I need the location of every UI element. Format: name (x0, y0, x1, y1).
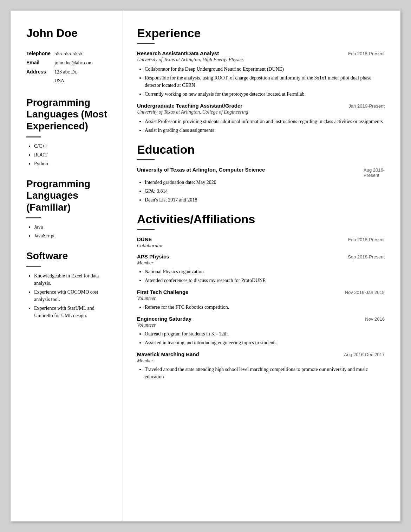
resume-container: John Doe Telephone 555-555-5555 Email jo… (11, 11, 400, 521)
activity-aps: APS Physics Sep 2018-Present Member Nati… (137, 254, 385, 284)
education-section: Education University of Texas at Arlingt… (137, 143, 385, 204)
list-item: Java (34, 223, 112, 231)
activity-role-marching-band: Member (137, 358, 385, 364)
job-title-2: Undergraduate Teaching Assistant/Grader (137, 103, 242, 109)
prog-most-divider (26, 136, 41, 137)
software-section: Software Knowledgeable in Excel for data… (26, 250, 112, 319)
job-bullets-2: Assist Professor in providing students a… (137, 118, 385, 134)
activities-divider (137, 229, 155, 230)
activity-date-ftc: Nov 2016-Jan 2019 (345, 290, 385, 295)
job-title-1: Research Assistant/Data Analyst (137, 50, 219, 56)
activity-eng-sat: Engineering Saturday Nov 2016 Volunteer … (137, 316, 385, 346)
activity-bullets-eng-sat: Outreach program for students in K - 12t… (137, 330, 385, 346)
education-title: Education (137, 143, 385, 156)
job-header-2: Undergraduate Teaching Assistant/Grader … (137, 103, 385, 109)
activity-header-aps: APS Physics Sep 2018-Present (137, 254, 385, 259)
activity-marching-band: Maverick Marching Band Aug 2016-Dec 2017… (137, 351, 385, 380)
job-date-1: Feb 2018-Present (348, 51, 385, 56)
prog-familiar-list: Java JavaScript (26, 223, 112, 239)
job-entry-2: Undergraduate Teaching Assistant/Grader … (137, 103, 385, 134)
activity-bullets-ftc: Referee for the FTC Robotics competition… (137, 303, 385, 311)
software-divider (26, 266, 41, 267)
job-bullets-1: Collaborator for the Deep Underground Ne… (137, 65, 385, 98)
activities-title: Activities/Affiliations (137, 212, 385, 226)
list-item: Intended graduation date: May 2020 (145, 179, 385, 186)
activity-role-eng-sat: Volunteer (137, 322, 385, 328)
job-date-2: Jan 2019-Present (348, 103, 385, 109)
list-item: Knowledgeable in Excel for data analysis… (34, 272, 112, 287)
list-item: GPA: 3.814 (145, 187, 385, 195)
list-item: Traveled around the state attending high… (145, 366, 385, 380)
activity-header-ftc: First Tech Challenge Nov 2016-Jan 2019 (137, 289, 385, 295)
list-item: Outreach program for students in K - 12t… (145, 330, 385, 338)
person-name: John Doe (26, 26, 112, 40)
software-list: Knowledgeable in Excel for data analysis… (26, 272, 112, 319)
list-item: Assisted in teaching and introducing eng… (145, 339, 385, 346)
list-item: Collaborator for the Deep Underground Ne… (145, 65, 385, 73)
activity-header-marching-band: Maverick Marching Band Aug 2016-Dec 2017 (137, 351, 385, 357)
email-label: Email (26, 59, 54, 66)
activity-date-eng-sat: Nov 2016 (365, 316, 385, 322)
prog-most-list: C/C++ ROOT Python (26, 142, 112, 167)
prog-familiar-divider (26, 217, 41, 218)
address-line1: 123 abc Dr. (54, 69, 77, 76)
prog-familiar-section: Programming Languages (Familiar) Java Ja… (26, 178, 112, 240)
activity-header-eng-sat: Engineering Saturday Nov 2016 (137, 316, 385, 322)
education-divider (137, 159, 155, 160)
address-label: Address (26, 69, 54, 76)
list-item: Referee for the FTC Robotics competition… (145, 303, 385, 311)
telephone-label: Telephone (26, 50, 54, 57)
list-item: JavaScript (34, 232, 112, 239)
activity-role-dune: Collaborator (137, 243, 385, 249)
left-column: John Doe Telephone 555-555-5555 Email jo… (11, 11, 123, 521)
prog-most-title: Programming Languages (Most Experienced) (26, 97, 112, 132)
activity-bullets-aps: National Physics organization Attended c… (137, 268, 385, 284)
list-item: Assist in grading class assignments (145, 127, 385, 134)
activity-ftc: First Tech Challenge Nov 2016-Jan 2019 V… (137, 289, 385, 311)
edu-title-1: University of Texas at Arlington, Comput… (137, 167, 265, 173)
list-item: Currently working on new analysis for th… (145, 90, 385, 98)
email-value: john.doe@abc.com (54, 59, 93, 66)
list-item: Experience with StarUML and Umbrello for… (34, 305, 112, 319)
telephone-row: Telephone 555-555-5555 (26, 50, 112, 57)
experience-title: Experience (137, 26, 385, 40)
activity-title-dune: DUNE (137, 236, 152, 242)
activity-header-dune: DUNE Feb 2018-Present (137, 236, 385, 242)
email-row: Email john.doe@abc.com (26, 59, 112, 66)
job-institution-2: University of Texas at Arlington, Colleg… (137, 109, 385, 115)
job-institution-1: University of Texas at Arlington, High E… (137, 57, 385, 63)
list-item: Dean's List 2017 and 2018 (145, 196, 385, 204)
prog-most-section: Programming Languages (Most Experienced)… (26, 97, 112, 167)
prog-familiar-title: Programming Languages (Familiar) (26, 178, 112, 213)
education-entry-1: University of Texas at Arlington, Comput… (137, 167, 385, 204)
right-column: Experience Research Assistant/Data Analy… (123, 11, 400, 521)
job-header-1: Research Assistant/Data Analyst Feb 2018… (137, 50, 385, 56)
activity-date-aps: Sep 2018-Present (348, 254, 385, 259)
list-item: ROOT (34, 151, 112, 159)
list-item: National Physics organization (145, 268, 385, 275)
activity-bullets-marching-band: Traveled around the state attending high… (137, 366, 385, 380)
list-item: Python (34, 160, 112, 167)
job-entry-1: Research Assistant/Data Analyst Feb 2018… (137, 50, 385, 98)
address-row-2: USA (26, 77, 112, 84)
activities-section: Activities/Affiliations DUNE Feb 2018-Pr… (137, 212, 385, 380)
activity-title-ftc: First Tech Challenge (137, 289, 188, 295)
edu-bullets-1: Intended graduation date: May 2020 GPA: … (137, 179, 385, 204)
activity-role-aps: Member (137, 260, 385, 266)
activity-role-ftc: Volunteer (137, 296, 385, 301)
address-line2: USA (54, 77, 64, 84)
list-item: Experience with COCOMO cost analysis too… (34, 288, 112, 303)
address-row: Address 123 abc Dr. (26, 69, 112, 76)
activity-date-dune: Feb 2018-Present (348, 237, 385, 242)
list-item: C/C++ (34, 142, 112, 150)
edu-date-1: Aug 2016-Present (364, 167, 385, 178)
activity-date-marching-band: Aug 2016-Dec 2017 (344, 352, 385, 357)
list-item: Responsible for the analysis, using ROOT… (145, 74, 385, 89)
telephone-value: 555-555-5555 (54, 50, 82, 57)
activity-dune: DUNE Feb 2018-Present Collaborator (137, 236, 385, 249)
contact-section: Telephone 555-555-5555 Email john.doe@ab… (26, 50, 112, 84)
activity-title-eng-sat: Engineering Saturday (137, 316, 191, 322)
edu-header-1: University of Texas at Arlington, Comput… (137, 167, 385, 178)
list-item: Assist Professor in providing students a… (145, 118, 385, 125)
activity-title-aps: APS Physics (137, 254, 169, 259)
